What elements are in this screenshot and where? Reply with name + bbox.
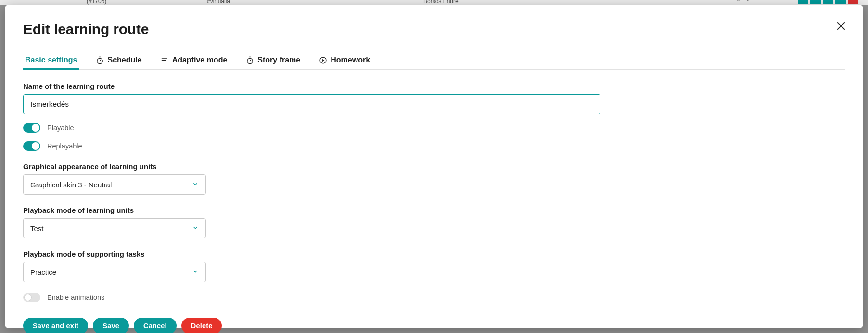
tab-homework[interactable]: Homework — [317, 52, 372, 69]
playback-units-select[interactable]: Test — [23, 218, 206, 238]
playable-label: Playable — [47, 124, 74, 132]
bg-action-square-5 — [848, 0, 858, 4]
save-button[interactable]: Save — [93, 318, 129, 333]
svg-marker-12 — [322, 59, 324, 62]
close-button[interactable] — [834, 19, 848, 33]
learning-route-name-input[interactable] — [23, 94, 600, 114]
graphical-appearance-select[interactable]: Graphical skin 3 - Neutral — [23, 174, 206, 195]
bg-flag-icon: ⚑ — [777, 0, 785, 3]
bg-clock-icon: ◷ — [734, 0, 743, 3]
select-value: Test — [30, 224, 44, 233]
tab-label: Schedule — [107, 56, 141, 64]
select-value: Graphical skin 3 - Neutral — [30, 181, 112, 189]
save-and-exit-button[interactable]: Save and exit — [23, 318, 88, 333]
chevron-down-icon — [192, 181, 199, 189]
stopwatch-icon — [245, 56, 254, 64]
backdrop: (#1705) #virtuália Borsos Endre ◷ ▷ ↻ ↗ … — [0, 0, 868, 333]
tab-label: Basic settings — [25, 56, 77, 64]
select-value: Practice — [30, 268, 56, 276]
bg-mail-icon: ✉ — [787, 0, 796, 3]
delete-button[interactable]: Delete — [181, 318, 222, 333]
bg-refresh-icon: ↻ — [755, 0, 764, 3]
close-icon — [837, 22, 845, 30]
chevron-down-icon — [192, 268, 199, 276]
tab-label: Homework — [331, 56, 370, 64]
graphical-appearance-label: Graphical appearance of learning units — [23, 162, 845, 171]
bg-action-square-2 — [810, 0, 821, 4]
bg-tag-fragment: #virtuália — [207, 0, 230, 5]
tab-schedule[interactable]: Schedule — [93, 52, 143, 69]
tab-adaptive-mode[interactable]: Adaptive mode — [158, 52, 230, 69]
replayable-toggle[interactable] — [23, 141, 40, 151]
tab-basic-settings[interactable]: Basic settings — [23, 52, 79, 69]
bg-user-fragment: Borsos Endre — [423, 0, 459, 5]
tab-story-frame[interactable]: Story frame — [243, 52, 302, 69]
stopwatch-icon — [95, 56, 104, 64]
enable-animations-label: Enable animations — [47, 294, 104, 301]
playback-tasks-select[interactable]: Practice — [23, 262, 206, 282]
bg-icon-row: ◷ ▷ ↻ ↗ ⚑ ✉ — [734, 0, 858, 5]
action-row: Save and exit Save Cancel Delete — [23, 318, 845, 333]
enable-animations-toggle[interactable] — [23, 293, 40, 302]
playback-tasks-label: Playback mode of supporting tasks — [23, 250, 845, 258]
modal-title: Edit learning route — [23, 21, 845, 37]
bg-action-square-1 — [798, 0, 808, 4]
tab-label: Story frame — [257, 56, 300, 64]
playback-units-label: Playback mode of learning units — [23, 206, 845, 214]
cancel-button[interactable]: Cancel — [134, 318, 177, 333]
svg-line-9 — [250, 60, 251, 61]
form-body: Name of the learning route Playable Repl… — [23, 82, 845, 333]
playable-toggle[interactable] — [23, 123, 40, 133]
replayable-label: Replayable — [47, 142, 82, 150]
bg-action-square-4 — [835, 0, 846, 4]
name-label: Name of the learning route — [23, 82, 845, 90]
bg-play-icon: ▷ — [745, 0, 753, 3]
play-circle-icon — [319, 56, 327, 64]
chevron-down-icon — [192, 224, 199, 233]
tab-bar: Basic settings Schedule Adaptive mode St… — [23, 52, 845, 70]
edit-learning-route-modal: Edit learning route Basic settings Sched… — [5, 5, 863, 328]
tab-label: Adaptive mode — [172, 56, 228, 64]
lines-icon — [160, 56, 169, 64]
bg-action-square-3 — [823, 0, 833, 4]
bg-id-fragment: (#1705) — [87, 0, 106, 5]
background-strip: (#1705) #virtuália Borsos Endre ◷ ▷ ↻ ↗ … — [0, 0, 868, 5]
svg-line-3 — [100, 60, 101, 61]
bg-arrow-icon: ↗ — [766, 0, 775, 3]
